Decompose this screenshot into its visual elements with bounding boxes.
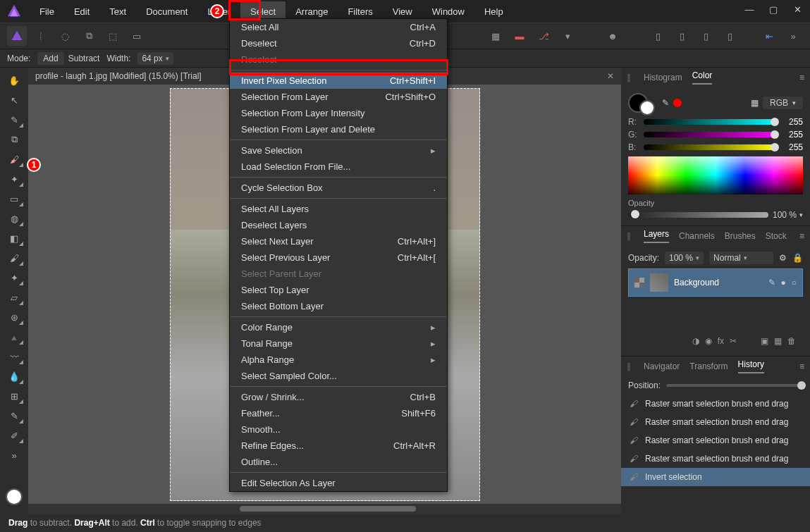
persona-tone-icon[interactable]: ⧉	[79, 26, 99, 46]
menu-item[interactable]: Edit Selection As Layer	[230, 475, 447, 491]
swatch-icon[interactable]: ▬	[510, 26, 529, 46]
menu-item[interactable]: Select Next LayerCtrl+Alt+]	[230, 233, 447, 249]
menu-help[interactable]: Help	[474, 1, 513, 22]
menu-text[interactable]: Text	[99, 1, 136, 22]
layer-visibility-toggle[interactable]	[634, 278, 644, 287]
tab-close-icon[interactable]: ✕	[607, 71, 614, 81]
menu-item[interactable]: Load Selection From File...	[230, 159, 447, 175]
snapping-chevron-icon[interactable]: ▾	[558, 26, 577, 46]
channel-slider[interactable]	[644, 144, 776, 150]
width-select[interactable]: 64 px	[137, 52, 173, 65]
clone-tool-icon[interactable]: ⊛	[4, 309, 24, 326]
menu-item[interactable]: Select Top Layer	[230, 282, 447, 298]
spray-tool-icon[interactable]: ✦	[4, 269, 24, 286]
primary-color-well[interactable]	[628, 93, 648, 113]
channel-slider[interactable]	[644, 119, 776, 125]
lock-icon[interactable]: 🔒	[792, 253, 803, 263]
blur-tool-icon[interactable]: 💧	[4, 368, 24, 385]
layer-opacity-select[interactable]: 100 %	[665, 252, 704, 264]
menu-item[interactable]: Tonal Range▸	[230, 335, 447, 352]
panel-menu-icon[interactable]: ≡	[799, 361, 804, 371]
position-slider[interactable]	[666, 384, 803, 387]
menu-item[interactable]: Selection From Layer Intensity	[230, 105, 447, 121]
channel-slider[interactable]	[644, 132, 776, 137]
color-model-select[interactable]: RGB	[763, 97, 803, 109]
menu-item[interactable]: Select AllCtrl+A	[230, 19, 447, 35]
crop-mini-icon[interactable]: ✂	[730, 336, 737, 346]
move-tool-icon[interactable]: ↖	[4, 92, 24, 109]
menu-item[interactable]: Select All Layers	[230, 201, 447, 217]
menu-item[interactable]: Select Previous LayerCtrl+Alt+[	[230, 249, 447, 266]
menu-item[interactable]: Refine Edges...Ctrl+Alt+R	[230, 438, 447, 454]
swatch-dot[interactable]	[673, 99, 682, 107]
group-icon[interactable]: ▦	[774, 336, 782, 346]
history-item[interactable]: 🖌Raster smart selection brush end drag	[621, 395, 810, 413]
mode-add-button[interactable]: Add	[37, 52, 63, 65]
history-item[interactable]: 🖌Raster smart selection brush end drag	[621, 413, 810, 431]
color-grid-icon[interactable]: ▦	[751, 98, 759, 108]
more-tools-icon[interactable]: »	[4, 447, 24, 464]
tab-stock[interactable]: Stock	[766, 231, 787, 241]
gradient-tool-icon[interactable]: ◧	[4, 230, 24, 247]
snapping-icon[interactable]: ⎇	[534, 26, 553, 46]
menu-item[interactable]: Select Bottom Layer	[230, 298, 447, 314]
brush-mini-icon[interactable]: ✎	[768, 278, 775, 287]
menu-item[interactable]: Outline...	[230, 454, 447, 470]
tab-color[interactable]: Color	[692, 70, 713, 85]
trash-icon[interactable]: 🗑	[787, 336, 796, 346]
history-item[interactable]: 🖌Invert selection	[621, 468, 810, 486]
dodge-tool-icon[interactable]: 〰	[4, 348, 24, 365]
menu-item[interactable]: Smooth...	[230, 421, 447, 438]
menu-item[interactable]: Select Sampled Color...	[230, 368, 447, 384]
align-group-2-icon[interactable]: ▯	[672, 26, 692, 46]
tab-channels[interactable]: Channels	[679, 231, 715, 241]
menu-item[interactable]: Alpha Range▸	[230, 352, 447, 368]
tab-histogram[interactable]: Histogram	[644, 73, 682, 82]
menu-item[interactable]: Selection From LayerCtrl+Shift+O	[230, 89, 447, 105]
toolbar-more-icon[interactable]: »	[783, 26, 803, 46]
tab-history[interactable]: History	[738, 359, 764, 373]
mesh-tool-icon[interactable]: ⊞	[4, 388, 24, 404]
brush-tool-icon[interactable]: 🖌	[4, 249, 24, 266]
gear-icon[interactable]: ⚙	[779, 253, 787, 263]
maximize-button[interactable]: ▢	[766, 4, 780, 15]
menu-item[interactable]: Grow / Shrink...Ctrl+B	[230, 389, 447, 405]
menu-item[interactable]: DeselectCtrl+D	[230, 35, 447, 51]
persona-liquify-icon[interactable]: ⦚	[31, 26, 51, 46]
menu-edit[interactable]: Edit	[64, 1, 99, 22]
color-field[interactable]	[628, 156, 803, 194]
history-item[interactable]: 🖌Raster smart selection brush end drag	[621, 431, 810, 450]
marquee-tool-icon[interactable]: ▭	[4, 190, 24, 207]
flood-tool-icon[interactable]: ◍	[4, 210, 24, 227]
hand-tool-icon[interactable]: ✋	[4, 72, 24, 89]
secondary-color-well[interactable]	[639, 100, 655, 116]
retouch-tool-icon[interactable]: ✎	[4, 407, 24, 424]
tab-transform[interactable]: Transform	[689, 361, 728, 371]
align-group-1-icon[interactable]: ▯	[648, 26, 668, 46]
menu-document[interactable]: Document	[136, 1, 197, 22]
close-button[interactable]: ✕	[790, 4, 804, 15]
tab-brushes[interactable]: Brushes	[725, 231, 756, 241]
menu-item[interactable]: Invert Pixel SelectionCtrl+Shift+I	[230, 73, 447, 89]
dot2-icon[interactable]: ○	[792, 278, 797, 287]
persona-export-icon[interactable]: ⬚	[103, 26, 123, 46]
history-item[interactable]: 🖌Raster smart selection brush end drag	[621, 450, 810, 468]
minimize-button[interactable]: —	[742, 4, 756, 15]
dot-icon[interactable]: ●	[781, 278, 786, 287]
persona-develop-icon[interactable]: ◌	[55, 26, 75, 46]
opacity-slider[interactable]	[628, 212, 768, 218]
selection-brush-tool-icon[interactable]: 🖌	[4, 151, 24, 168]
menu-file[interactable]: File	[30, 1, 64, 22]
menu-item[interactable]: Feather...Shift+F6	[230, 405, 447, 421]
inpaint-tool-icon[interactable]: ⟁	[4, 328, 24, 345]
menu-item[interactable]: Deselect Layers	[230, 217, 447, 233]
mode-subtract-button[interactable]: Subtract	[68, 54, 100, 63]
foreground-color[interactable]	[6, 488, 23, 505]
menu-item[interactable]: Selection From Layer and Delete	[230, 121, 447, 137]
grid-icon[interactable]: ▦	[486, 26, 505, 46]
menu-item[interactable]: Save Selection▸	[230, 142, 447, 159]
horizontal-scrollbar[interactable]	[28, 504, 621, 514]
crop-tool-icon[interactable]: ⧉	[4, 131, 24, 148]
adjust-icon[interactable]: ◉	[705, 336, 712, 346]
tab-navigator[interactable]: Navigator	[644, 361, 680, 371]
